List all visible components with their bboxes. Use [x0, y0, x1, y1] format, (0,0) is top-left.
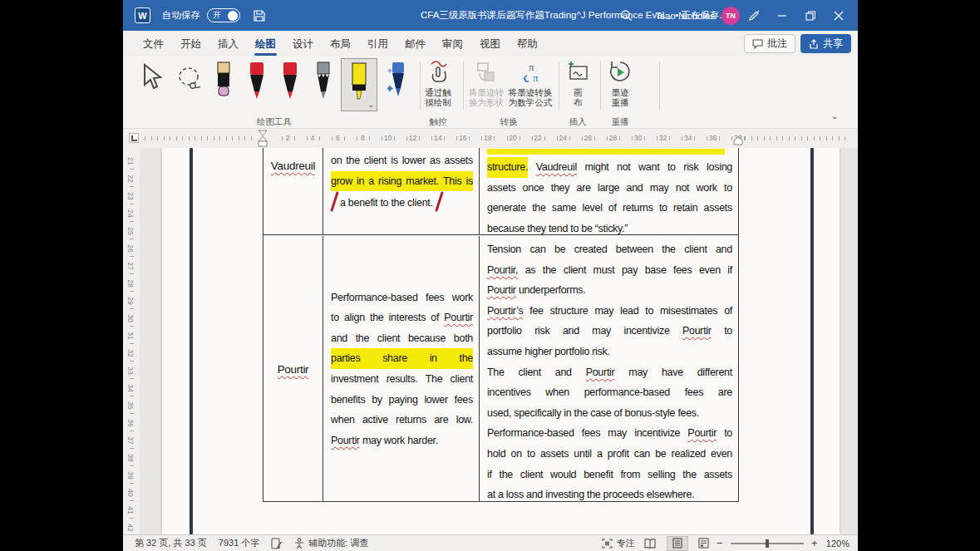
ink-pen-icon[interactable]: [740, 0, 768, 31]
gray-pencil-tool[interactable]: [314, 61, 332, 100]
tab-设计[interactable]: 设计: [284, 32, 322, 57]
table-cell-pourtir-drawback[interactable]: TensioncanbecreatedbetweentheclientandPo…: [480, 236, 738, 502]
tab-引用[interactable]: 引用: [359, 32, 396, 57]
vertical-ruler[interactable]: 2122232425262728293031323334353637383940…: [123, 148, 140, 534]
autosave-toggle[interactable]: 开: [207, 8, 240, 22]
word: client: [364, 150, 387, 171]
text-line: Pourtir may work harder.: [331, 430, 473, 451]
ruler-tick: [151, 136, 152, 140]
tab-帮助[interactable]: 帮助: [509, 32, 546, 57]
ruler-tick: [594, 136, 595, 140]
draw-with-touch-button[interactable]: 通过触 摸绘制: [416, 60, 460, 107]
tab-stop-selector[interactable]: [129, 133, 139, 143]
restore-button[interactable]: [796, 0, 825, 31]
red-pen-tool-2[interactable]: [281, 61, 299, 100]
word: on: [511, 444, 522, 465]
ruler-number: 26: [584, 134, 592, 142]
word: from: [620, 465, 640, 485]
document-page[interactable]: Vaudreuil ontheclientislowerasassetsgrow…: [162, 148, 840, 534]
ruler-number: 2: [286, 134, 290, 142]
word: fee: [529, 301, 543, 322]
text-line: partiesshareinthe: [331, 348, 473, 369]
user-name[interactable]: Tsao Nicholas: [655, 11, 715, 21]
close-button[interactable]: [825, 0, 853, 31]
lasso-select-tool[interactable]: [176, 66, 203, 91]
word-app-icon[interactable]: W: [135, 7, 150, 23]
red-pen-tool[interactable]: [248, 61, 266, 100]
minimize-button[interactable]: [768, 0, 796, 31]
proofing-icon[interactable]: [271, 538, 283, 549]
ruler-number: 30: [634, 134, 642, 142]
focus-mode-button[interactable]: 专注: [602, 537, 635, 549]
ruler-tick: [130, 413, 134, 414]
word: parties: [331, 348, 360, 369]
action-pen-tool[interactable]: [387, 60, 409, 100]
indent-marker[interactable]: [258, 130, 268, 148]
text-segment: at a loss and investing the proceeds els…: [487, 489, 694, 500]
word: might: [584, 157, 608, 178]
tab-开始[interactable]: 开始: [172, 32, 209, 57]
avatar[interactable]: TN: [721, 7, 740, 25]
comments-button[interactable]: 批注: [744, 34, 795, 53]
zoom-slider-thumb[interactable]: [766, 539, 769, 548]
manager-name: Pourtir: [278, 363, 309, 376]
word: rising: [378, 171, 401, 192]
tab-视图[interactable]: 视图: [471, 32, 509, 57]
highlighter-tool-selected[interactable]: ⌄: [341, 58, 377, 111]
collapse-ribbon-icon[interactable]: ⌄: [831, 111, 838, 121]
document-workspace[interactable]: 2122232425262728293031323334353637383940…: [123, 148, 858, 534]
ruler-tick: [157, 136, 158, 140]
tab-绘图[interactable]: 绘图: [247, 32, 284, 57]
tab-审阅[interactable]: 审阅: [434, 32, 471, 57]
table-cell-pourtir-label[interactable]: Pourtir: [263, 236, 323, 502]
word: The: [487, 362, 505, 383]
share-button[interactable]: 共享: [800, 34, 851, 53]
tab-布局[interactable]: 布局: [322, 32, 359, 57]
zoom-in-button[interactable]: +: [810, 537, 820, 549]
text-line: incentiveswhenperformance-basedfeesare: [487, 382, 732, 403]
word: as: [525, 260, 536, 281]
word: lower: [424, 390, 447, 411]
word: the: [500, 465, 513, 485]
ruler-tick: [357, 136, 357, 140]
print-layout-button[interactable]: [667, 536, 688, 551]
page-indicator[interactable]: 第 32 页, 共 33 页: [135, 537, 207, 549]
ruler-tick: [189, 136, 190, 140]
ruler-tick: [632, 136, 633, 140]
zoom-percentage[interactable]: 120%: [826, 539, 849, 549]
ink-to-shape-button: 将墨迹转 换为形状: [465, 60, 508, 107]
ruler-tick: [494, 136, 495, 140]
tab-文件[interactable]: 文件: [135, 32, 172, 57]
word-count[interactable]: 7931 个字: [219, 537, 260, 549]
word: paying: [389, 390, 418, 411]
save-icon[interactable]: [249, 6, 270, 26]
accessibility-status[interactable]: 辅助功能: 调查: [294, 537, 368, 549]
highlighter-dropdown-icon[interactable]: ⌄: [367, 101, 374, 109]
search-icon[interactable]: [612, 0, 640, 31]
read-mode-button[interactable]: [640, 536, 662, 551]
ink-to-math-button[interactable]: ππ 将墨迹转换 为数学公式: [505, 60, 555, 107]
tab-插入[interactable]: 插入: [209, 32, 247, 57]
text-line: holdontoassetsuntilaprofitcanberealizede…: [487, 444, 732, 465]
ink-replay-button[interactable]: 墨迹 重播: [598, 60, 642, 107]
zoom-out-button[interactable]: −: [715, 537, 725, 549]
right-indent-marker[interactable]: [733, 136, 743, 145]
eraser-pencil-tool[interactable]: [214, 61, 233, 100]
table-cell-pourtir-benefit[interactable]: Performance-basedfeesworktoaligntheinter…: [323, 236, 480, 502]
word: profit: [608, 444, 629, 465]
web-layout-button[interactable]: [693, 536, 715, 551]
ruler-tick: [130, 396, 134, 396]
table-cell-vaudreuil-drawback[interactable]: structure.Vaudreuilmightnotwanttorisklos…: [480, 148, 738, 234]
horizontal-ruler[interactable]: 2468101214161820222426283032343638: [123, 129, 858, 148]
word: active: [362, 410, 388, 430]
select-tool[interactable]: [141, 63, 163, 91]
word: returns: [623, 198, 653, 219]
table-cell-vaudreuil-benefit[interactable]: ontheclientislowerasassetsgrowinarisingm…: [323, 148, 480, 234]
word: pay: [622, 260, 638, 281]
tab-邮件[interactable]: 邮件: [396, 32, 434, 57]
ruler-tick: [820, 136, 820, 140]
table-cell-vaudreuil-label[interactable]: Vaudreuil: [263, 148, 323, 234]
canvas-button[interactable]: 画 布: [556, 60, 599, 107]
ruler-number: 41: [126, 506, 135, 514]
zoom-slider[interactable]: [731, 543, 804, 544]
